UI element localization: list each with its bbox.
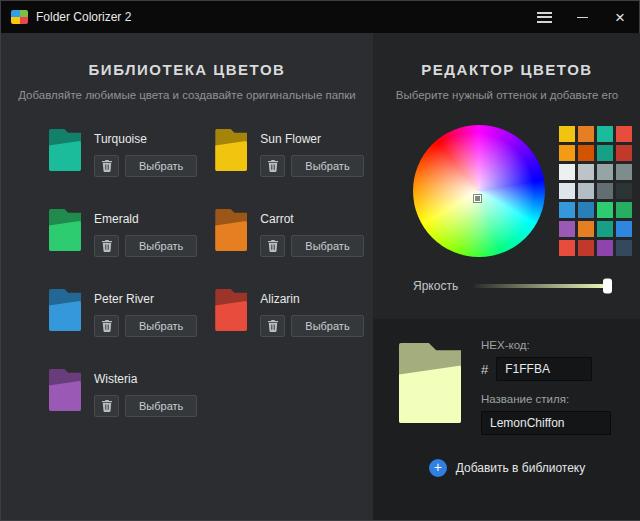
library-color-item: Emerald Выбрать <box>49 209 197 257</box>
hex-input[interactable] <box>496 357 592 381</box>
swatch-grid <box>559 126 632 256</box>
color-swatch[interactable] <box>616 145 632 161</box>
app-logo-icon <box>11 10 28 24</box>
color-name: Emerald <box>94 212 197 226</box>
color-swatch[interactable] <box>559 164 575 180</box>
delete-color-button[interactable] <box>260 315 285 337</box>
color-name: Turquoise <box>94 132 197 146</box>
color-swatch[interactable] <box>559 202 575 218</box>
folder-icon <box>49 209 81 251</box>
folder-front <box>215 221 247 251</box>
color-swatch[interactable] <box>616 202 632 218</box>
color-swatch[interactable] <box>597 221 613 237</box>
close-button[interactable]: × <box>601 1 639 33</box>
color-name: Peter River <box>94 292 197 306</box>
folder-icon <box>215 209 247 251</box>
color-swatch[interactable] <box>578 183 594 199</box>
brightness-label: Яркость <box>413 279 458 293</box>
delete-color-button[interactable] <box>260 235 285 257</box>
delete-color-button[interactable] <box>94 155 119 177</box>
library-title: БИБЛИОТЕКА ЦВЕТОВ <box>1 61 373 78</box>
library-subtitle: Добавляйте любимые цвета и создавайте ор… <box>1 89 373 101</box>
color-swatch[interactable] <box>597 183 613 199</box>
select-color-button[interactable]: Выбрать <box>125 395 197 417</box>
color-swatch[interactable] <box>616 221 632 237</box>
editor-title: РЕДАКТОР ЦВЕТОВ <box>373 61 640 78</box>
delete-color-button[interactable] <box>260 155 285 177</box>
color-swatch[interactable] <box>616 240 632 256</box>
color-swatch[interactable] <box>559 183 575 199</box>
color-swatch[interactable] <box>616 164 632 180</box>
select-color-button[interactable]: Выбрать <box>125 235 197 257</box>
title-bar: Folder Colorizer 2 × <box>1 1 639 33</box>
color-swatch[interactable] <box>559 126 575 142</box>
color-name: Wisteria <box>94 372 197 386</box>
folder-icon <box>49 289 81 331</box>
add-to-library-button[interactable]: + Добавить в библиотеку <box>399 451 615 485</box>
color-swatch[interactable] <box>578 145 594 161</box>
folder-front <box>49 301 81 331</box>
trash-icon <box>102 240 112 252</box>
color-swatch[interactable] <box>578 164 594 180</box>
color-wheel[interactable] <box>413 125 545 257</box>
color-swatch[interactable] <box>578 240 594 256</box>
trash-icon <box>102 400 112 412</box>
app-window: Folder Colorizer 2 × БИБЛИОТЕКА ЦВЕТОВ Д… <box>0 0 640 521</box>
color-wheel-selector[interactable] <box>474 195 481 202</box>
delete-color-button[interactable] <box>94 315 119 337</box>
folder-icon <box>215 129 247 171</box>
color-swatch[interactable] <box>616 183 632 199</box>
color-swatch[interactable] <box>559 145 575 161</box>
trash-icon <box>268 240 278 252</box>
style-name-input[interactable] <box>481 411 611 435</box>
add-to-library-label: Добавить в библиотеку <box>456 461 586 475</box>
brightness-slider-thumb[interactable] <box>603 279 612 294</box>
select-color-button[interactable]: Выбрать <box>291 155 363 177</box>
library-color-item: Sun Flower Выбрать <box>215 129 363 177</box>
hamburger-icon <box>537 12 552 23</box>
select-color-button[interactable]: Выбрать <box>125 315 197 337</box>
color-swatch[interactable] <box>597 126 613 142</box>
color-swatch[interactable] <box>559 240 575 256</box>
folder-front <box>215 301 247 331</box>
folder-front <box>49 141 81 171</box>
minimize-icon <box>577 17 588 18</box>
color-swatch[interactable] <box>578 126 594 142</box>
trash-icon <box>268 160 278 172</box>
library-color-item: Alizarin Выбрать <box>215 289 363 337</box>
color-swatch[interactable] <box>597 164 613 180</box>
editor-subtitle: Выберите нужный оттенок и добавьте его <box>373 89 640 101</box>
window-title: Folder Colorizer 2 <box>36 10 131 24</box>
folder-front <box>49 381 81 411</box>
delete-color-button[interactable] <box>94 395 119 417</box>
color-swatch[interactable] <box>597 145 613 161</box>
color-name: Alizarin <box>260 292 363 306</box>
color-swatch[interactable] <box>578 221 594 237</box>
select-color-button[interactable]: Выбрать <box>125 155 197 177</box>
hex-label: HEX-код: <box>481 339 611 351</box>
color-swatch[interactable] <box>559 221 575 237</box>
editor-panel: РЕДАКТОР ЦВЕТОВ Выберите нужный оттенок … <box>373 33 640 520</box>
folder-front <box>49 221 81 251</box>
color-swatch[interactable] <box>616 126 632 142</box>
menu-button[interactable] <box>525 1 563 33</box>
folder-front <box>399 365 461 423</box>
library-color-item: Turquoise Выбрать <box>49 129 197 177</box>
brightness-slider[interactable] <box>474 284 611 288</box>
color-name: Sun Flower <box>260 132 363 146</box>
color-swatch[interactable] <box>597 240 613 256</box>
color-swatch[interactable] <box>578 202 594 218</box>
hex-prefix: # <box>481 362 488 377</box>
plus-icon: + <box>429 459 447 477</box>
library-color-item: Wisteria Выбрать <box>49 369 197 417</box>
trash-icon <box>268 320 278 332</box>
delete-color-button[interactable] <box>94 235 119 257</box>
select-color-button[interactable]: Выбрать <box>291 315 363 337</box>
folder-front <box>215 141 247 171</box>
preview-folder-icon <box>399 343 461 423</box>
color-swatch[interactable] <box>597 202 613 218</box>
minimize-button[interactable] <box>563 1 601 33</box>
color-name: Carrot <box>260 212 363 226</box>
library-color-item: Peter River Выбрать <box>49 289 197 337</box>
select-color-button[interactable]: Выбрать <box>291 235 363 257</box>
